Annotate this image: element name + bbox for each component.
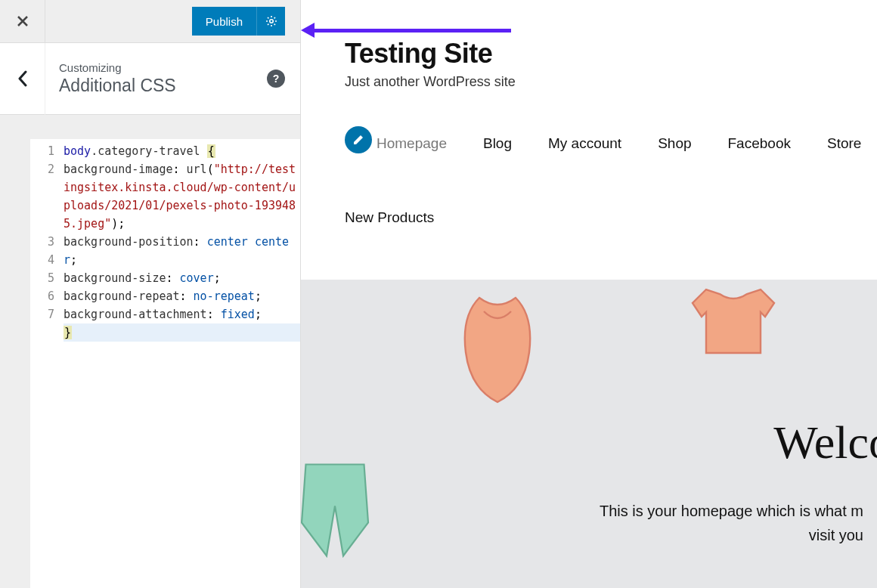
chevron-left-icon (17, 70, 28, 87)
section-text: Customizing Additional CSS (45, 61, 267, 96)
code-content[interactable]: body.category-travel {background-image: … (60, 139, 300, 588)
arrow-head (301, 23, 315, 38)
gutter-left-pad (0, 139, 30, 588)
line-number: 5 (30, 269, 54, 287)
section-title: Additional CSS (59, 76, 267, 96)
line-number: 7 (30, 305, 54, 323)
nav-link-store[interactable]: Store (827, 135, 861, 152)
nav-link-shop[interactable]: Shop (658, 135, 691, 152)
hero-section: Welco This is your homepage which is wha… (301, 280, 877, 588)
pencil-icon (352, 134, 364, 146)
doodle-hoodie (452, 287, 543, 408)
customizer-panel: Publish Customizing Additional CSS ? 123… (0, 0, 301, 588)
line-number: 1 (30, 142, 54, 160)
code-line[interactable]: background-attachment: fixed; (64, 305, 300, 323)
line-number-gutter: 1234567 (30, 139, 60, 588)
svg-point-0 (269, 20, 272, 23)
close-icon (17, 15, 29, 27)
nav-link-homepage[interactable]: Homepage (377, 135, 447, 152)
publish-group: Publish (192, 7, 285, 36)
arrow-line (315, 29, 511, 32)
hero-subcopy-line1: This is your homepage which is what m (600, 499, 863, 523)
hero-subcopy-line2: visit you (600, 523, 863, 547)
line-number: 6 (30, 287, 54, 305)
nav-link-blog[interactable]: Blog (483, 135, 512, 152)
secondary-nav-item[interactable]: New Products (345, 209, 877, 226)
site-tagline: Just another WordPress site (345, 74, 877, 90)
primary-nav: HomepageBlogMy accountShopFacebookStore (377, 135, 877, 152)
publish-button[interactable]: Publish (192, 7, 256, 36)
publish-settings-button[interactable] (256, 7, 285, 36)
edit-shortcut-button[interactable] (345, 126, 372, 153)
breadcrumb: Customizing (59, 61, 267, 74)
doodle-shorts (301, 453, 377, 567)
customizer-topbar: Publish (0, 0, 300, 43)
site-preview: Testing Site Just another WordPress site… (301, 0, 877, 588)
annotation-arrow (301, 23, 511, 38)
code-line[interactable]: body.category-travel { (64, 142, 300, 160)
line-number: 3 (30, 233, 54, 251)
doodle-tshirt (688, 280, 779, 363)
hero-heading: Welco (773, 416, 877, 469)
hero-subcopy: This is your homepage which is what m vi… (600, 499, 877, 547)
help-button[interactable]: ? (267, 70, 285, 88)
code-line[interactable]: background-image: url("http://testingsit… (64, 160, 300, 233)
code-line[interactable]: background-position: center center; (64, 233, 300, 269)
gear-icon (265, 15, 277, 27)
section-header: Customizing Additional CSS ? (0, 43, 300, 115)
code-editor-wrap: 1234567 body.category-travel {background… (0, 115, 300, 588)
line-number: 4 (30, 251, 54, 269)
nav-link-facebook[interactable]: Facebook (728, 135, 791, 152)
help-icon: ? (273, 73, 280, 85)
code-line[interactable]: } (64, 323, 300, 342)
close-button[interactable] (0, 0, 45, 43)
nav-link-my-account[interactable]: My account (548, 135, 621, 152)
code-line[interactable]: background-repeat: no-repeat; (64, 287, 300, 305)
back-button[interactable] (0, 43, 45, 115)
css-editor[interactable]: 1234567 body.category-travel {background… (30, 139, 300, 588)
site-title[interactable]: Testing Site (345, 38, 877, 70)
code-line[interactable]: background-size: cover; (64, 269, 300, 287)
line-number: 2 (30, 160, 54, 233)
